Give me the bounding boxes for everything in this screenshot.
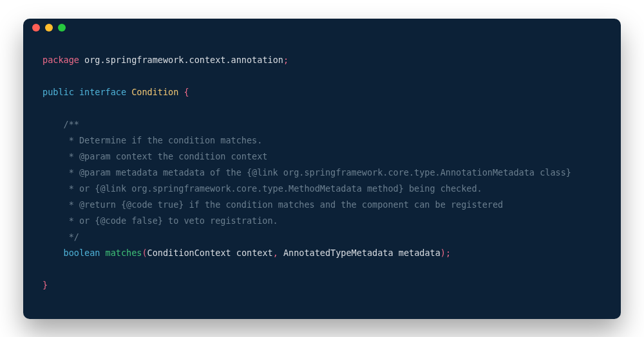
javadoc-line: * or {@link org.springframework.core.typ…: [43, 183, 482, 194]
param-name: metadata: [393, 248, 440, 258]
titlebar: [23, 19, 621, 37]
javadoc-line: * @param metadata metadata of the {@link…: [43, 167, 571, 178]
open-brace: {: [178, 87, 189, 97]
javadoc-line: /**: [43, 119, 79, 129]
semicolon: ;: [283, 55, 289, 65]
javadoc-line: * Determine if the condition matches.: [43, 135, 262, 145]
indent: [43, 248, 64, 258]
semicolon: ;: [446, 248, 451, 258]
minimize-icon[interactable]: [45, 24, 53, 32]
keyword-interface: interface: [74, 87, 126, 97]
keyword-public: public: [43, 87, 74, 97]
close-icon[interactable]: [32, 24, 40, 32]
maximize-icon[interactable]: [58, 24, 66, 32]
method-name: matches: [100, 248, 142, 258]
javadoc-line: * @return {@code true} if the condition …: [43, 199, 503, 210]
open-paren: (: [142, 248, 147, 258]
comma: ,: [273, 248, 278, 258]
type-name: Condition: [126, 87, 178, 97]
return-type: boolean: [64, 248, 100, 258]
keyword-package: package: [43, 55, 79, 65]
param-type: AnnotatedTypeMetadata: [278, 248, 393, 258]
code-content: package org.springframework.context.anno…: [23, 37, 621, 319]
javadoc-line: * or {@code false} to veto registration.: [43, 215, 278, 226]
code-window: package org.springframework.context.anno…: [23, 19, 621, 319]
param-type: ConditionContext: [147, 248, 231, 258]
param-name: context: [231, 248, 273, 258]
package-name: org.springframework.context.annotation: [79, 55, 283, 65]
javadoc-line: * @param context the condition context: [43, 151, 268, 161]
close-brace: }: [43, 280, 48, 290]
javadoc-line: */: [43, 232, 79, 242]
close-paren: ): [440, 248, 446, 258]
